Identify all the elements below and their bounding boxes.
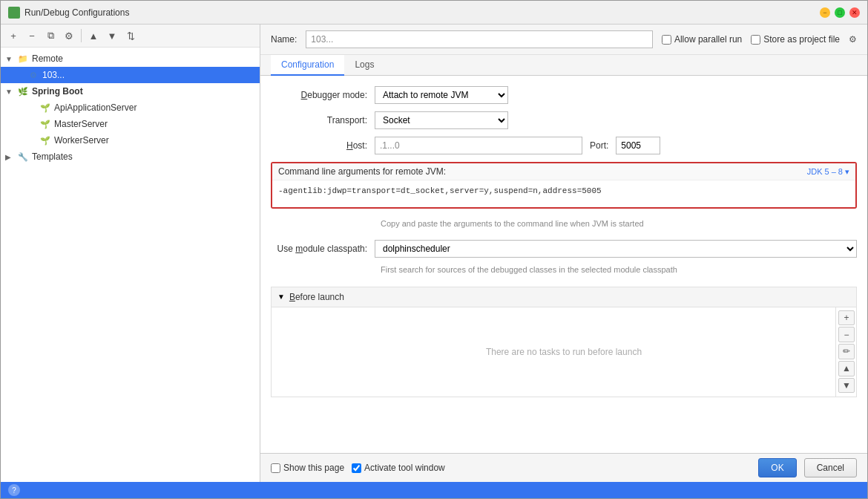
cmd-hint: Copy and paste the arguments to the comm… <box>271 216 857 234</box>
tree-item-remote-child[interactable]: ⚙ 103... <box>1 67 260 83</box>
ok-button[interactable]: OK <box>758 458 796 477</box>
host-input[interactable] <box>375 137 582 154</box>
help-button[interactable]: ? <box>8 484 20 496</box>
minimize-button[interactable]: − <box>820 7 830 18</box>
collapse-arrow-icon: ▼ <box>277 293 285 301</box>
transport-row: Transport: Socket Shared memory <box>271 111 857 129</box>
transport-select[interactable]: Socket Shared memory <box>375 111 508 129</box>
no-tasks-text: There are no tasks to run before launch <box>486 347 642 357</box>
tree-item-master[interactable]: 🌱 MasterServer <box>1 116 260 132</box>
expand-arrow-remote: ▼ <box>5 55 14 63</box>
module-hint: First search for sources of the debugged… <box>271 264 857 276</box>
move-up-button[interactable]: ▲ <box>85 27 102 44</box>
tree-item-templates[interactable]: ▶ 🔧 Templates <box>1 149 260 165</box>
allow-parallel-label[interactable]: Allow parallel run <box>662 34 742 45</box>
command-line-box: Command line arguments for remote JVM: J… <box>271 162 857 209</box>
remote-icon: ⚙ <box>27 69 39 81</box>
left-panel: + − ⧉ ⚙ ▲ ▼ ⇅ ▼ 📁 Remote ⚙ 103 <box>1 25 260 482</box>
folder-icon: 📁 <box>17 53 29 65</box>
activate-tool-checkbox[interactable] <box>352 463 361 473</box>
close-button[interactable]: ✕ <box>849 7 860 18</box>
config-tree: ▼ 📁 Remote ⚙ 103... ▼ 🌿 Spring Boot <box>1 48 260 482</box>
transport-label: Transport: <box>271 115 367 125</box>
toolbar-separator <box>81 29 82 42</box>
remove-button[interactable]: − <box>24 27 40 44</box>
add-button[interactable]: + <box>5 27 22 44</box>
show-page-checkbox[interactable] <box>271 463 280 473</box>
before-launch-body: There are no tasks to run before launch … <box>272 307 856 397</box>
debugger-mode-row: Debugger mode: Attach to remote JVM List… <box>271 86 857 104</box>
add-task-button[interactable]: + <box>838 310 855 326</box>
debugger-mode-label: Debugger mode: <box>271 90 367 100</box>
tree-toolbar: + − ⧉ ⚙ ▲ ▼ ⇅ <box>1 25 260 48</box>
copy-button[interactable]: ⧉ <box>42 27 59 44</box>
spring-master-icon: 🌱 <box>39 118 51 130</box>
tree-label-remote-child: 103... <box>42 70 65 80</box>
name-label: Name: <box>271 34 297 45</box>
tree-item-spring-boot[interactable]: ▼ 🌿 Spring Boot <box>1 83 260 100</box>
show-page-label[interactable]: Show this page <box>271 463 344 473</box>
port-input[interactable] <box>616 137 660 154</box>
cmd-box-title: Command line arguments for remote JVM: <box>278 166 446 177</box>
config-area: Debugger mode: Attach to remote JVM List… <box>260 76 867 453</box>
tree-label-templates: Templates <box>32 151 73 162</box>
jdk-badge[interactable]: JDK 5 – 8 ▾ <box>807 167 849 177</box>
move-down-button[interactable]: ▼ <box>104 27 120 44</box>
maximize-button[interactable]: □ <box>835 7 845 18</box>
settings-button[interactable]: ⚙ <box>61 27 77 44</box>
cmd-box-header: Command line arguments for remote JVM: J… <box>272 163 855 180</box>
gear-icon[interactable]: ⚙ <box>849 34 857 45</box>
window-title: Run/Debug Configurations <box>24 7 129 18</box>
tree-item-worker[interactable]: 🌱 WorkerServer <box>1 132 260 149</box>
remove-task-button[interactable]: − <box>838 327 855 342</box>
title-bar-left: Run/Debug Configurations <box>8 7 129 19</box>
expand-arrow-spring: ▼ <box>5 88 14 96</box>
tree-label-worker: WorkerServer <box>54 135 109 146</box>
spring-icon: 🌿 <box>17 85 29 97</box>
sort-button[interactable]: ⇅ <box>122 27 139 44</box>
expand-arrow-templates: ▶ <box>5 153 14 161</box>
title-bar-controls: − □ ✕ <box>820 7 860 18</box>
before-launch-title: Before launch <box>289 292 344 302</box>
before-launch-sidebar: + − ✏ ▲ ▼ <box>835 307 856 397</box>
store-project-label[interactable]: Store as project file <box>751 34 840 45</box>
spring-app-icon: 🌱 <box>39 102 51 114</box>
tree-item-api[interactable]: 🌱 ApiApplicationServer <box>1 100 260 116</box>
window-icon <box>8 7 20 19</box>
debugger-mode-select[interactable]: Attach to remote JVM Listen to remote JV… <box>375 86 508 104</box>
tree-item-remote[interactable]: ▼ 📁 Remote <box>1 50 260 67</box>
spring-worker-icon: 🌱 <box>39 134 51 146</box>
cmd-content: -agentlib:jdwp=transport=dt_socket,serve… <box>272 180 855 207</box>
config-tabs: Configuration Logs <box>260 55 867 76</box>
host-port-row: Host: Port: <box>271 137 857 154</box>
tree-label-spring-boot: Spring Boot <box>32 86 83 97</box>
status-bar: ? <box>1 482 867 498</box>
right-panel: Name: Allow parallel run Store as projec… <box>260 25 867 482</box>
before-launch-section: ▼ Before launch There are no tasks to ru… <box>271 287 857 397</box>
run-debug-configurations-window: Run/Debug Configurations − □ ✕ + − ⧉ ⚙ ▲… <box>0 0 868 499</box>
tree-label-remote: Remote <box>32 53 63 64</box>
host-label: Host: <box>271 140 367 151</box>
cancel-button[interactable]: Cancel <box>804 458 857 477</box>
module-select[interactable]: dolphinscheduler <box>375 240 857 258</box>
chevron-down-icon: ▾ <box>845 167 849 177</box>
tab-logs[interactable]: Logs <box>344 55 384 76</box>
tab-configuration[interactable]: Configuration <box>271 55 344 76</box>
activate-tool-label[interactable]: Activate tool window <box>352 463 445 473</box>
module-row: Use module classpath: dolphinscheduler <box>271 240 857 258</box>
move-task-up-button[interactable]: ▲ <box>838 361 855 376</box>
tree-label-master: MasterServer <box>54 119 108 129</box>
main-content: + − ⧉ ⚙ ▲ ▼ ⇅ ▼ 📁 Remote ⚙ 103 <box>1 25 867 482</box>
module-label: Use module classpath: <box>271 244 367 254</box>
allow-parallel-checkbox[interactable] <box>662 35 671 45</box>
edit-task-button[interactable]: ✏ <box>838 344 855 359</box>
tree-label-api: ApiApplicationServer <box>54 102 137 113</box>
store-project-checkbox[interactable] <box>751 35 760 45</box>
config-header: Name: Allow parallel run Store as projec… <box>260 25 867 55</box>
wrench-icon: 🔧 <box>17 151 29 163</box>
move-task-down-button[interactable]: ▼ <box>838 378 855 394</box>
before-launch-header[interactable]: ▼ Before launch <box>272 287 856 307</box>
bottom-bar: Show this page Activate tool window OK C… <box>260 453 867 482</box>
port-label: Port: <box>590 140 608 151</box>
name-input[interactable] <box>306 30 653 48</box>
